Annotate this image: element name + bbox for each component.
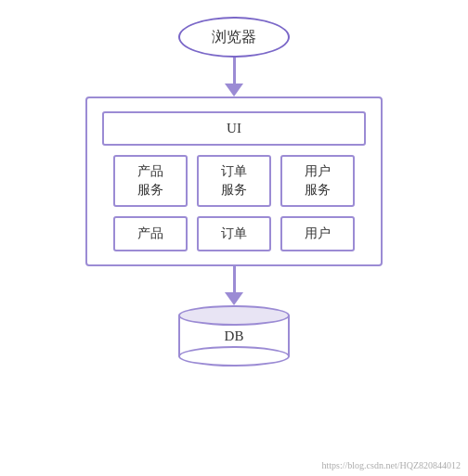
data-product-label: 产品 — [137, 225, 163, 242]
data-box-product: 产品 — [113, 216, 188, 251]
data-user-label: 用户 — [305, 225, 331, 242]
db-label: DB — [225, 328, 244, 344]
arrow-line-1 — [233, 58, 236, 84]
service-box-user: 用户服务 — [280, 155, 355, 207]
browser-label: 浏览器 — [212, 28, 256, 47]
arrow-box-to-db — [225, 266, 243, 305]
services-row: 产品服务 订单服务 用户服务 — [102, 155, 366, 207]
service-order-label: 订单服务 — [221, 162, 247, 199]
arrow-head-2 — [225, 292, 243, 305]
ui-bar: UI — [102, 111, 366, 146]
arrow-head-1 — [225, 84, 243, 96]
data-row: 产品 订单 用户 — [102, 216, 366, 251]
db-cylinder: DB — [178, 305, 290, 367]
data-box-user: 用户 — [280, 216, 355, 251]
diagram-container: 浏览器 UI 产品服务 订单服务 用户服务 产品 — [0, 0, 468, 476]
db-bottom — [178, 346, 290, 367]
service-box-product: 产品服务 — [113, 155, 188, 207]
browser-node: 浏览器 — [178, 17, 290, 58]
data-order-label: 订单 — [221, 225, 247, 242]
arrow-browser-to-box — [225, 58, 243, 96]
service-product-label: 产品服务 — [137, 162, 163, 199]
service-box-order: 订单服务 — [197, 155, 271, 207]
service-user-label: 用户服务 — [305, 162, 331, 199]
main-box: UI 产品服务 订单服务 用户服务 产品 订单 用户 — [85, 96, 383, 266]
watermark: https://blog.csdn.net/HQZ820844012 — [322, 460, 461, 470]
data-box-order: 订单 — [197, 216, 271, 251]
db-top — [178, 305, 290, 326]
arrow-line-2 — [233, 266, 236, 292]
db-container: DB — [178, 305, 290, 367]
ui-label: UI — [227, 121, 241, 135]
